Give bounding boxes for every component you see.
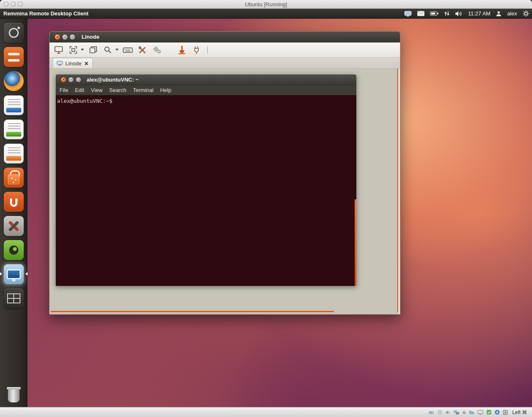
- home-folder-icon: [4, 47, 24, 67]
- software-center-icon: [4, 168, 24, 188]
- window-maximize-button[interactable]: [70, 34, 75, 40]
- menu-edit[interactable]: Edit: [75, 87, 84, 93]
- remote-indicator-icon[interactable]: [404, 11, 412, 17]
- terminal-maximize-button[interactable]: [76, 77, 81, 82]
- features-icon[interactable]: [486, 410, 492, 415]
- launcher-item-dash-home[interactable]: [0, 21, 27, 45]
- terminal-title: alex@ubuntuVNC: ~: [87, 74, 139, 85]
- trash-icon: [4, 382, 24, 402]
- plug-icon[interactable]: [191, 45, 202, 55]
- window-minimize-button[interactable]: [62, 34, 68, 40]
- shared-folders-icon[interactable]: [469, 410, 475, 415]
- dash-home-icon: [4, 23, 24, 43]
- sync-arrows-icon[interactable]: [444, 11, 450, 16]
- libreoffice-impress-icon: [4, 144, 24, 164]
- tab-monitor-icon: [57, 61, 63, 66]
- software-app-icon: [4, 240, 24, 260]
- launcher-item-software-app[interactable]: [0, 238, 27, 262]
- new-connection-icon[interactable]: [53, 45, 64, 55]
- launcher-item-libreoffice-writer[interactable]: [0, 93, 27, 117]
- fullscreen-dropdown-icon[interactable]: [81, 49, 84, 51]
- volume-icon[interactable]: [455, 11, 462, 17]
- launcher-item-firefox[interactable]: [0, 69, 27, 93]
- menu-view[interactable]: View: [91, 87, 102, 93]
- menu-terminal[interactable]: Terminal: [133, 87, 154, 93]
- vm-screen: Ubuntu [Running] Remmina Remote Desktop …: [0, 0, 532, 417]
- system-settings-icon: [4, 216, 24, 236]
- terminal-titlebar[interactable]: alex@ubuntuVNC: ~: [56, 74, 356, 85]
- launcher-item-trash[interactable]: [0, 380, 27, 405]
- launcher-item-libreoffice-calc[interactable]: [0, 117, 27, 141]
- network-adapters-icon[interactable]: [453, 410, 460, 415]
- unity-launcher: [0, 19, 27, 407]
- disconnect-icon[interactable]: [177, 45, 187, 55]
- mail-icon[interactable]: [417, 11, 425, 16]
- terminal-minimize-button[interactable]: [68, 77, 74, 82]
- hdd-icon[interactable]: [428, 410, 434, 415]
- workspace-switcher-icon: [4, 288, 24, 308]
- vm-statusbar: Left ⌘: [0, 407, 532, 417]
- unity-panel: Remmina Remote Desktop Client 11:27 AM a…: [0, 9, 532, 19]
- display-icon[interactable]: [477, 410, 483, 415]
- terminal-body[interactable]: alex@ubuntuVNC:~$: [56, 95, 356, 286]
- vm-window-title: Ubuntu [Running]: [0, 0, 532, 9]
- window-close-button[interactable]: [55, 34, 60, 40]
- terminal-menubar: File Edit View Search Terminal Help: [56, 85, 356, 95]
- launcher-item-remmina[interactable]: [0, 262, 27, 286]
- remmina-toolbar: [50, 42, 400, 57]
- ubuntu-one-icon: [4, 192, 24, 212]
- menu-file[interactable]: File: [60, 87, 68, 93]
- mouse-integration-icon[interactable]: [495, 410, 500, 415]
- user-icon[interactable]: [496, 11, 502, 17]
- desktop-wallpaper[interactable]: Linode: [27, 19, 532, 407]
- zoom-dropdown-icon[interactable]: [115, 49, 119, 51]
- tab-label: Linode: [65, 60, 82, 67]
- active-app-title: Remmina Remote Desktop Client: [3, 9, 88, 18]
- remmina-icon: [4, 264, 24, 284]
- menu-search[interactable]: Search: [109, 87, 126, 93]
- remote-bottom-orange-edge: [51, 311, 334, 312]
- terminal-close-button[interactable]: [61, 77, 66, 82]
- launcher-item-workspace-switcher[interactable]: [0, 286, 27, 310]
- remmina-window: Linode: [49, 31, 400, 315]
- terminal-prompt: alex@ubuntuVNC:~$: [57, 98, 112, 104]
- launcher-item-software-center[interactable]: [0, 166, 27, 190]
- host-key-icon[interactable]: [503, 410, 508, 415]
- tab-linode[interactable]: Linode: [52, 58, 93, 68]
- remote-desktop-view[interactable]: alex@ubuntuVNC: ~ File Edit View Search …: [50, 69, 400, 314]
- host-key-label: Left ⌘: [512, 410, 527, 415]
- clock[interactable]: 11:27 AM: [468, 10, 490, 17]
- remmina-window-title: Linode: [82, 32, 99, 42]
- launcher-item-home-folder[interactable]: [0, 45, 27, 69]
- terminal-right-edge: [355, 199, 356, 286]
- remote-right-border: [399, 69, 400, 314]
- audio-icon[interactable]: [445, 410, 450, 415]
- remmina-tabbar: Linode: [50, 57, 400, 69]
- remote-right-orange-edge: [397, 69, 398, 312]
- fullscreen-icon[interactable]: [68, 45, 79, 55]
- firefox-icon: [4, 71, 24, 91]
- launcher-item-libreoffice-impress[interactable]: [0, 141, 27, 166]
- username[interactable]: alex: [507, 10, 517, 17]
- keyboard-grab-icon[interactable]: [122, 45, 133, 55]
- libreoffice-calc-icon: [4, 119, 24, 139]
- launcher-item-system-settings[interactable]: [0, 214, 27, 238]
- libreoffice-writer-icon: [4, 95, 24, 115]
- menu-help[interactable]: Help: [160, 87, 172, 93]
- launcher-item-ubuntu-one[interactable]: [0, 190, 27, 214]
- duplicate-icon[interactable]: [88, 45, 99, 55]
- running-indicator-arrow: [0, 272, 2, 276]
- remmina-titlebar[interactable]: Linode: [50, 32, 400, 42]
- usb-icon[interactable]: [462, 410, 466, 415]
- cd-icon[interactable]: [437, 410, 443, 415]
- terminal-window: alex@ubuntuVNC: ~ File Edit View Search …: [56, 74, 356, 286]
- tab-close-icon[interactable]: [84, 61, 89, 66]
- zoom-icon[interactable]: [102, 45, 113, 55]
- session-gear-icon[interactable]: [522, 10, 530, 17]
- preferences-icon[interactable]: [152, 45, 162, 55]
- toolbar-cursor: [207, 46, 208, 54]
- vm-titlebar: Ubuntu [Running]: [0, 0, 532, 9]
- tools-icon[interactable]: [137, 45, 148, 55]
- battery-icon[interactable]: [430, 11, 439, 16]
